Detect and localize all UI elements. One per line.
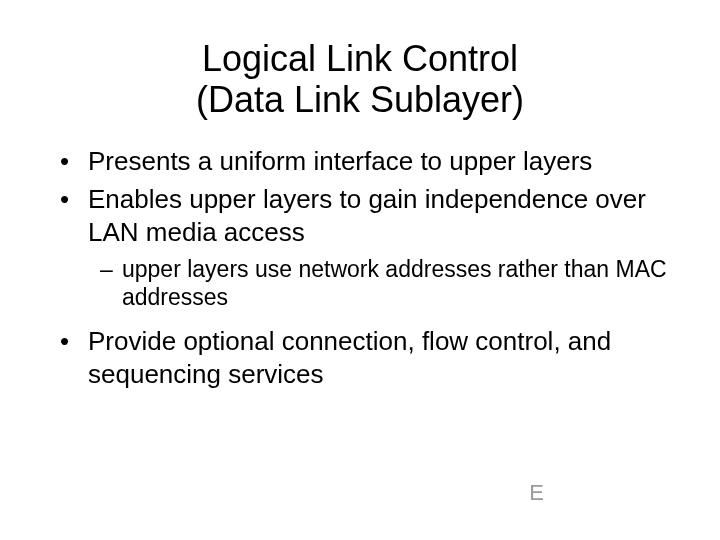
slide-title: Logical Link Control (Data Link Sublayer… (50, 38, 670, 121)
bullet-text: Provide optional connection, flow contro… (88, 326, 611, 389)
slide: Logical Link Control (Data Link Sublayer… (0, 0, 720, 540)
sub-bullet-item: upper layers use network addresses rathe… (100, 256, 670, 311)
bullet-item: Presents a uniform interface to upper la… (60, 145, 670, 178)
title-line-1: Logical Link Control (202, 38, 518, 79)
sub-bullet-list: upper layers use network addresses rathe… (100, 256, 670, 311)
bullet-list: Presents a uniform interface to upper la… (60, 145, 670, 391)
footer-mark: E (529, 480, 545, 506)
sub-bullet-text: upper layers use network addresses rathe… (122, 256, 667, 310)
bullet-text: Presents a uniform interface to upper la… (88, 146, 592, 176)
bullet-text: Enables upper layers to gain independenc… (88, 184, 646, 247)
title-line-2: (Data Link Sublayer) (196, 79, 524, 120)
bullet-item: Provide optional connection, flow contro… (60, 325, 670, 390)
bullet-item: Enables upper layers to gain independenc… (60, 183, 670, 311)
